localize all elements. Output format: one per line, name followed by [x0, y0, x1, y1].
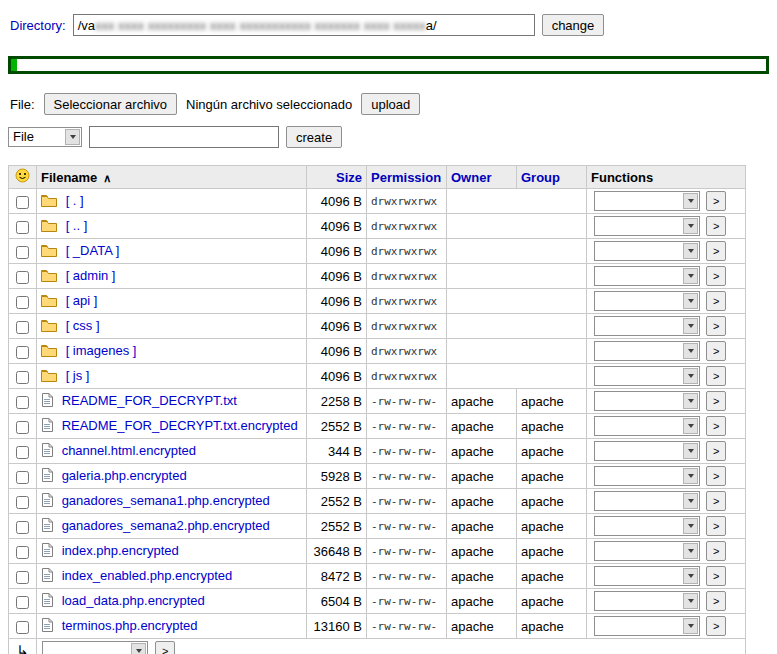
footer-execute-button[interactable]: > — [155, 641, 175, 654]
execute-button[interactable]: > — [706, 391, 726, 411]
filename-link[interactable]: [ css ] — [66, 318, 100, 333]
execute-button[interactable]: > — [706, 616, 726, 636]
filename-cell: ganadores_semana2.php.encrypted — [37, 514, 307, 539]
functions-select[interactable] — [594, 416, 700, 436]
execute-button[interactable]: > — [706, 566, 726, 586]
functions-select[interactable] — [594, 291, 700, 311]
change-button[interactable]: change — [542, 14, 605, 36]
functions-select-value — [595, 367, 682, 385]
row-checkbox[interactable] — [16, 396, 29, 409]
functions-select[interactable] — [594, 266, 700, 286]
directory-input[interactable]: /va xxx xxxx xxxxxxxxx xxxx xxxxxxxxxxx … — [73, 14, 535, 36]
filename-link[interactable]: ganadores_semana2.php.encrypted — [62, 518, 270, 533]
functions-select-value — [595, 392, 682, 410]
functions-select[interactable] — [594, 216, 700, 236]
execute-button[interactable]: > — [706, 466, 726, 486]
filename-link[interactable]: [ admin ] — [66, 268, 116, 283]
row-checkbox[interactable] — [16, 421, 29, 434]
execute-button[interactable]: > — [706, 216, 726, 236]
execute-button[interactable]: > — [706, 416, 726, 436]
filename-link[interactable]: README_FOR_DECRYPT.txt.encrypted — [62, 418, 298, 433]
file-icon — [41, 543, 53, 560]
filename-link[interactable]: index.php.encrypted — [62, 543, 179, 558]
functions-select[interactable] — [594, 316, 700, 336]
functions-select[interactable] — [594, 241, 700, 261]
execute-button[interactable]: > — [706, 491, 726, 511]
filename-link[interactable]: load_data.php.encrypted — [62, 593, 205, 608]
row-checkbox[interactable] — [16, 221, 29, 234]
header-group[interactable]: Group — [517, 166, 587, 189]
execute-button[interactable]: > — [706, 541, 726, 561]
filename-link[interactable]: galeria.php.encrypted — [62, 468, 187, 483]
header-filename[interactable]: Filename∧ — [37, 166, 307, 189]
execute-button[interactable]: > — [706, 316, 726, 336]
execute-button[interactable]: > — [706, 366, 726, 386]
filename-link[interactable]: terminos.php.encrypted — [62, 618, 198, 633]
functions-select[interactable] — [594, 591, 700, 611]
create-button[interactable]: create — [286, 126, 342, 148]
filename-link[interactable]: [ imagenes ] — [66, 343, 137, 358]
header-permission[interactable]: Permission — [367, 166, 447, 189]
functions-select[interactable] — [594, 341, 700, 361]
row-checkbox[interactable] — [16, 321, 29, 334]
upload-button[interactable]: upload — [361, 93, 420, 115]
filename-link[interactable]: index_enabled.php.encrypted — [62, 568, 233, 583]
create-name-input[interactable] — [89, 126, 279, 148]
row-checkbox[interactable] — [16, 471, 29, 484]
execute-button[interactable]: > — [706, 191, 726, 211]
filename-link[interactable]: [ .. ] — [66, 218, 88, 233]
filename-link[interactable]: ganadores_semana1.php.encrypted — [62, 493, 270, 508]
row-checkbox-cell — [9, 564, 37, 589]
functions-select[interactable] — [594, 391, 700, 411]
row-checkbox[interactable] — [16, 621, 29, 634]
functions-select[interactable] — [594, 441, 700, 461]
table-footer-row: ↳ > — [9, 639, 746, 654]
functions-select[interactable] — [594, 491, 700, 511]
functions-select[interactable] — [594, 466, 700, 486]
row-checkbox[interactable] — [16, 496, 29, 509]
file-group: apache — [517, 614, 587, 639]
functions-select[interactable] — [594, 366, 700, 386]
header-owner[interactable]: Owner — [447, 166, 517, 189]
file-permission: -rw-rw-rw- — [367, 389, 447, 414]
choose-file-button[interactable]: Seleccionar archivo — [44, 93, 177, 115]
file-owner: apache — [447, 389, 517, 414]
functions-select[interactable] — [594, 566, 700, 586]
execute-button[interactable]: > — [706, 516, 726, 536]
row-checkbox[interactable] — [16, 521, 29, 534]
row-checkbox[interactable] — [16, 571, 29, 584]
row-checkbox[interactable] — [16, 296, 29, 309]
row-checkbox[interactable] — [16, 246, 29, 259]
file-size: 4096 B — [307, 289, 367, 314]
row-checkbox[interactable] — [16, 196, 29, 209]
filename-link[interactable]: [ api ] — [66, 293, 98, 308]
smiley-icon — [15, 168, 30, 186]
functions-select[interactable] — [594, 516, 700, 536]
filename-cell: [ imagenes ] — [37, 339, 307, 364]
row-checkbox[interactable] — [16, 546, 29, 559]
row-checkbox[interactable] — [16, 446, 29, 459]
row-checkbox[interactable] — [16, 346, 29, 359]
filename-link[interactable]: channel.html.encrypted — [62, 443, 196, 458]
filename-link[interactable]: [ . ] — [66, 193, 84, 208]
filename-link[interactable]: [ _DATA ] — [66, 243, 120, 258]
functions-select[interactable] — [594, 541, 700, 561]
functions-select[interactable] — [594, 616, 700, 636]
execute-button[interactable]: > — [706, 441, 726, 461]
footer-functions-select[interactable] — [42, 641, 148, 654]
chevron-down-icon — [683, 218, 698, 234]
row-checkbox[interactable] — [16, 271, 29, 284]
header-size[interactable]: Size — [307, 166, 367, 189]
filename-link[interactable]: README_FOR_DECRYPT.txt — [62, 393, 237, 408]
execute-button[interactable]: > — [706, 266, 726, 286]
row-checkbox[interactable] — [16, 371, 29, 384]
create-type-select[interactable]: File — [8, 127, 82, 147]
execute-button[interactable]: > — [706, 291, 726, 311]
execute-button[interactable]: > — [706, 241, 726, 261]
execute-button[interactable]: > — [706, 341, 726, 361]
row-checkbox[interactable] — [16, 596, 29, 609]
filename-link[interactable]: [ js ] — [66, 368, 90, 383]
execute-button[interactable]: > — [706, 591, 726, 611]
functions-select[interactable] — [594, 191, 700, 211]
file-size: 13160 B — [307, 614, 367, 639]
